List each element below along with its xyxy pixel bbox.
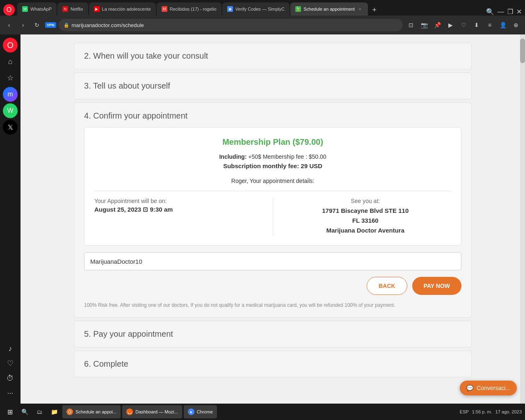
- step-3-section[interactable]: 3. Tell us about yourself: [74, 73, 472, 99]
- tab-netflix-title: Netflix: [71, 7, 83, 11]
- step-4-section: 4. Confirm your appointment Membership P…: [74, 103, 472, 317]
- risk-free-text: 100% Risk free. After visiting one of ou…: [84, 301, 461, 309]
- step-6-title: 6. Complete: [84, 359, 461, 369]
- vpn-badge[interactable]: VPN: [45, 22, 56, 28]
- pinboard-icon[interactable]: 📌: [431, 19, 443, 31]
- sidebar-bookmarks-button[interactable]: ☆: [3, 71, 18, 85]
- sidebar-favorites-button[interactable]: ♡: [3, 356, 18, 371]
- back-button[interactable]: BACK: [367, 277, 407, 295]
- tab-whatsapp-favicon: W: [22, 6, 28, 12]
- chat-label: Conversaci...: [477, 385, 510, 391]
- flow-icon[interactable]: ▶: [445, 19, 456, 31]
- appointment-right: See you at: 17971 Biscayne Blvd STE 110 …: [273, 198, 452, 235]
- tab-schedule-title: Schedule an appointment: [304, 7, 355, 11]
- scrollbar-thumb[interactable]: [520, 39, 525, 63]
- step-2-section[interactable]: 2. When will you take your consult: [74, 43, 472, 69]
- cast-icon[interactable]: ⊡: [405, 19, 417, 31]
- tab-whatsapp[interactable]: W WhatsApP: [17, 2, 57, 16]
- step-3-title: 3. Tell us about yourself: [84, 81, 461, 91]
- back-nav-button[interactable]: ‹: [3, 19, 15, 31]
- new-tab-button[interactable]: +: [369, 4, 380, 16]
- chat-icon: 💬: [466, 385, 473, 391]
- lock-icon: 🔒: [64, 23, 69, 28]
- appointment-details: Your Appointment will be on: August 25, …: [94, 191, 451, 235]
- sidebar-more-button[interactable]: ···: [3, 386, 18, 400]
- tab-netflix-favicon: N: [62, 6, 68, 12]
- taskbar-firefox-label: Dashboard — Mozi...: [135, 409, 178, 414]
- heart-icon[interactable]: ♡: [458, 19, 469, 31]
- taskbar-chrome-label: Chrome: [197, 409, 213, 414]
- sidebar-messenger-button[interactable]: m: [3, 87, 18, 102]
- taskbar-files-button[interactable]: 🗂: [33, 405, 46, 418]
- address-text: marijuanadoctor.com/schedule: [72, 22, 144, 28]
- sidebar-home-button[interactable]: ⌂: [3, 54, 18, 69]
- forward-nav-button[interactable]: ›: [17, 19, 29, 31]
- menu-icon[interactable]: ≡: [484, 19, 495, 31]
- tab-gmail[interactable]: M Recibidos (17) - rogelio: [157, 2, 221, 16]
- sidebar-history-button[interactable]: ⏱: [3, 371, 18, 386]
- appointment-greeting: Roger, Your appointment details:: [94, 178, 451, 184]
- taskbar-chrome-app[interactable]: ● Chrome: [184, 405, 217, 418]
- taskbar-time: 1:56 p. m.: [472, 409, 492, 414]
- taskbar-explorer-button[interactable]: 📁: [48, 405, 61, 418]
- tab-bar: O W WhatsApP N Netflix ▶ La reacción ado…: [0, 0, 525, 16]
- tab-schedule[interactable]: 🍃 Schedule an appointment ×: [290, 2, 368, 16]
- address-line1: 17971 Biscayne Blvd STE 110: [280, 206, 452, 216]
- appointment-left: Your Appointment will be on: August 25, …: [94, 198, 273, 235]
- tab-schedule-favicon: 🍃: [295, 6, 301, 12]
- close-button[interactable]: ✕: [516, 8, 522, 16]
- taskbar-date: 17 ago. 2023: [495, 409, 522, 414]
- confirm-card: Membership Plan ($79.00) Including: +50$…: [84, 127, 461, 246]
- minimize-button[interactable]: —: [498, 8, 504, 16]
- taskbar-lang: ESP: [460, 409, 469, 414]
- step-5-title: 5. Pay your appointment: [84, 329, 461, 339]
- taskbar-firefox-app[interactable]: 🦊 Dashboard — Mozi...: [122, 405, 182, 418]
- tab-youtube[interactable]: ▶ La reacción adolescente: [89, 2, 156, 16]
- address-line2: FL 33160: [280, 216, 452, 226]
- snapshot-icon[interactable]: 📷: [418, 19, 430, 31]
- sidebar-whatsapp-button[interactable]: W: [3, 103, 18, 118]
- scrollbar[interactable]: [520, 34, 525, 404]
- tab-gmail-title: Recibidos (17) - rogelio: [170, 7, 217, 11]
- sidebar-opera-button[interactable]: O: [3, 38, 18, 52]
- tab-verify-favicon: ◉: [227, 6, 233, 12]
- including-label: Including:: [219, 153, 247, 160]
- refresh-button[interactable]: ↻: [31, 19, 43, 31]
- pay-now-button[interactable]: PAY NOW: [412, 277, 461, 295]
- promo-code-input[interactable]: [84, 252, 461, 270]
- appointment-address: 17971 Biscayne Blvd STE 110 FL 33160 Mar…: [280, 206, 452, 235]
- maximize-button[interactable]: ❐: [507, 8, 513, 16]
- tab-close-icon[interactable]: ×: [357, 6, 363, 12]
- windows-start-button[interactable]: ⊞: [3, 405, 16, 418]
- step-4-title: 4. Confirm your appointment: [84, 111, 461, 121]
- tab-verify-title: Verify Codes — SimplyC: [235, 7, 285, 11]
- step-6-section[interactable]: 6. Complete: [74, 351, 472, 377]
- address-line3: Marijuana Doctor Aventura: [280, 226, 452, 235]
- see-you-label: See you at:: [280, 198, 452, 204]
- taskbar-schedule-label: Schedule an appoi...: [75, 409, 116, 414]
- taskbar-schedule-app[interactable]: O Schedule an appoi...: [62, 405, 121, 418]
- account-icon[interactable]: 👤: [497, 19, 509, 31]
- sidebar: O ⌂ ☆ m W 𝕏 ♪ ♡ ⏱ ···: [0, 34, 21, 404]
- chat-bubble[interactable]: 💬 Conversaci...: [460, 381, 517, 395]
- sidebar-twitter-button[interactable]: 𝕏: [3, 120, 18, 135]
- content-area: 2. When will you take your consult 3. Te…: [21, 34, 525, 404]
- browser-actions: ⊡ 📷 📌 ▶ ♡ ⬇ ≡ 👤 ⊕: [405, 19, 522, 31]
- extensions-icon[interactable]: ⊕: [510, 19, 522, 31]
- sidebar-music-button[interactable]: ♪: [3, 341, 18, 356]
- download-icon[interactable]: ⬇: [471, 19, 482, 31]
- page-content: 2. When will you take your consult 3. Te…: [74, 34, 472, 389]
- tab-verify[interactable]: ◉ Verify Codes — SimplyC: [222, 2, 290, 16]
- taskbar-search-button[interactable]: 🔍: [18, 405, 31, 418]
- step-5-section[interactable]: 5. Pay your appointment: [74, 321, 472, 347]
- opera-icon[interactable]: O: [3, 4, 15, 16]
- search-icon[interactable]: 🔍: [486, 8, 494, 16]
- subscription-row: Subscription monthly fee: 29 USD: [94, 162, 451, 169]
- schedule-app-icon: O: [66, 409, 73, 415]
- plan-title: Membership Plan ($79.00): [94, 137, 451, 147]
- tab-whatsapp-title: WhatsApP: [30, 7, 52, 11]
- tab-gmail-favicon: M: [162, 6, 167, 12]
- tab-netflix[interactable]: N Netflix: [57, 2, 88, 16]
- button-row: BACK PAY NOW: [84, 277, 461, 295]
- address-bar[interactable]: 🔒 marijuanadoctor.com/schedule: [59, 19, 403, 31]
